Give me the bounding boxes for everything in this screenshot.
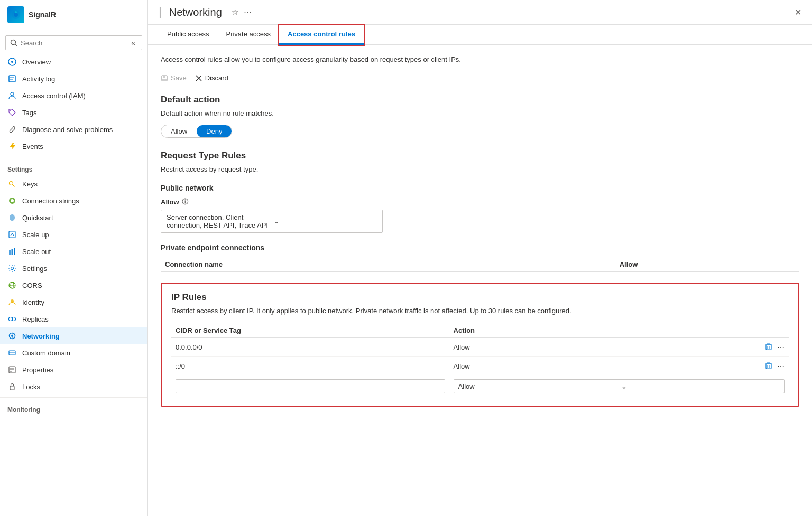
sidebar-item-events[interactable]: Events (0, 138, 147, 155)
sidebar-item-custom-domain[interactable]: Custom domain (0, 344, 147, 361)
info-icon[interactable]: ⓘ (182, 198, 188, 207)
toggle-deny[interactable]: Deny (197, 125, 232, 137)
ip-rule-1-delete-icon[interactable] (764, 342, 773, 352)
sidebar-header: SignalR (0, 0, 147, 30)
svg-rect-30 (9, 351, 15, 355)
svg-rect-7 (9, 76, 15, 82)
sidebar-item-identity[interactable]: Identity (0, 294, 147, 311)
svg-rect-38 (163, 76, 165, 78)
public-network-dropdown[interactable]: Server connection, Client connection, RE… (161, 210, 383, 233)
favorite-star-icon[interactable]: ☆ (232, 7, 238, 17)
svg-point-3 (11, 40, 16, 45)
pe-col-allow: Allow (615, 257, 799, 272)
public-network-label: Public network (161, 184, 799, 192)
overview-icon (7, 57, 17, 67)
sidebar-item-label-keys: Keys (22, 180, 38, 188)
sidebar-item-label-overview: Overview (22, 58, 51, 66)
toggle-allow[interactable]: Allow (161, 125, 197, 137)
properties-icon (7, 365, 17, 374)
svg-point-19 (11, 267, 14, 270)
search-icon (10, 39, 17, 46)
ip-rule-2-more-icon[interactable]: ⋯ (777, 362, 785, 371)
sidebar-item-connection-strings[interactable]: Connection strings (0, 192, 147, 209)
sidebar-item-cors[interactable]: CORS (0, 277, 147, 294)
page-title: Networking (169, 6, 222, 18)
more-options-icon[interactable]: ⋯ (244, 7, 252, 17)
sidebar-item-label-replicas: Replicas (22, 315, 49, 323)
sidebar-item-label-access-control: Access control (IAM) (22, 92, 86, 100)
svg-rect-39 (162, 79, 167, 80)
ip-rule-row-1: 0.0.0.0/0 Allow (171, 338, 789, 357)
sidebar-item-label-scale-up: Scale up (22, 231, 49, 239)
sidebar-item-label-properties: Properties (22, 366, 53, 374)
sidebar-item-activity-log[interactable]: Activity log (0, 70, 147, 87)
ip-rules-section: IP Rules Restrict access by client IP. I… (161, 283, 799, 407)
ip-add-action-dropdown[interactable]: Allow ⌄ (454, 379, 785, 393)
sidebar: SignalR « Overview Activity log Access c… (0, 0, 148, 516)
sidebar-item-scale-out[interactable]: Scale out (0, 243, 147, 260)
public-network-allow-label: Allow ⓘ (161, 198, 799, 207)
sidebar-item-keys[interactable]: Keys (0, 175, 147, 192)
ip-rule-1-more-icon[interactable]: ⋯ (777, 343, 785, 352)
allow-text: Allow (161, 198, 179, 206)
dropdown-chevron-icon: ⌄ (274, 218, 377, 225)
cors-icon (7, 280, 17, 290)
ip-rule-2-delete-icon[interactable] (764, 361, 773, 371)
tab-access-control-rules[interactable]: Access control rules (279, 25, 364, 45)
user-shield-icon (7, 91, 17, 100)
close-button[interactable]: ✕ (795, 7, 801, 17)
svg-point-11 (10, 110, 11, 111)
tab-private-access[interactable]: Private access (217, 25, 279, 45)
replicas-icon (7, 314, 17, 324)
default-action-subtitle: Default action when no rule matches. (161, 109, 799, 117)
svg-rect-42 (766, 345, 771, 350)
sidebar-item-quickstart[interactable]: Quickstart (0, 209, 147, 226)
ip-add-cidr-input[interactable] (176, 379, 445, 393)
svg-rect-17 (12, 249, 13, 255)
ip-rules-add-row: Allow ⌄ (171, 376, 789, 397)
svg-rect-16 (9, 250, 11, 255)
sidebar-item-diagnose[interactable]: Diagnose and solve problems (0, 121, 147, 138)
svg-rect-15 (9, 231, 15, 238)
sidebar-item-label-custom-domain: Custom domain (22, 349, 70, 357)
quickstart-icon (7, 213, 17, 222)
identity-icon (7, 297, 17, 307)
sidebar-item-locks[interactable]: Locks (0, 378, 147, 395)
sidebar-item-settings[interactable]: Settings (0, 260, 147, 277)
ip-rules-description: Restrict access by client IP. It only ap… (171, 307, 789, 315)
bolt-icon (7, 142, 17, 151)
lock-icon (7, 382, 17, 391)
svg-line-4 (15, 44, 17, 46)
search-input[interactable] (21, 39, 126, 47)
save-button[interactable]: Save (161, 72, 187, 84)
svg-point-2 (15, 11, 17, 13)
page-body: Access control rules allow you to config… (148, 45, 812, 516)
svg-point-6 (11, 61, 13, 63)
tabs-container: Public access Private access Access cont… (148, 25, 812, 45)
sidebar-divider-2 (0, 397, 147, 398)
sidebar-item-label-activity-log: Activity log (22, 75, 55, 83)
sidebar-item-networking[interactable]: Networking (0, 327, 147, 344)
sidebar-item-scale-up[interactable]: Scale up (0, 226, 147, 243)
dropdown-value: Server connection, Client connection, RE… (167, 213, 270, 229)
toolbar: Save Discard (161, 72, 799, 84)
svg-point-1 (14, 13, 18, 17)
sidebar-item-properties[interactable]: Properties (0, 361, 147, 378)
sidebar-item-overview[interactable]: Overview (0, 53, 147, 70)
sidebar-search-container[interactable]: « (5, 35, 142, 50)
tab-public-access[interactable]: Public access (159, 25, 217, 45)
sidebar-item-access-control[interactable]: Access control (IAM) (0, 87, 147, 104)
ip-rule-1-cidr: 0.0.0.0/0 (171, 338, 449, 357)
key-icon (7, 179, 17, 189)
sidebar-section-monitoring: Monitoring (0, 400, 147, 416)
private-endpoint-table: Connection name Allow (161, 257, 799, 272)
collapse-button[interactable]: « (129, 39, 137, 47)
sidebar-item-tags[interactable]: Tags (0, 104, 147, 121)
svg-point-14 (11, 199, 14, 202)
private-endpoint-title: Private endpoint connections (161, 243, 799, 252)
sidebar-item-replicas[interactable]: Replicas (0, 311, 147, 327)
signalr-logo (7, 6, 24, 23)
sidebar-divider-1 (0, 157, 147, 157)
activity-log-icon (7, 74, 17, 83)
discard-button[interactable]: Discard (195, 72, 228, 84)
